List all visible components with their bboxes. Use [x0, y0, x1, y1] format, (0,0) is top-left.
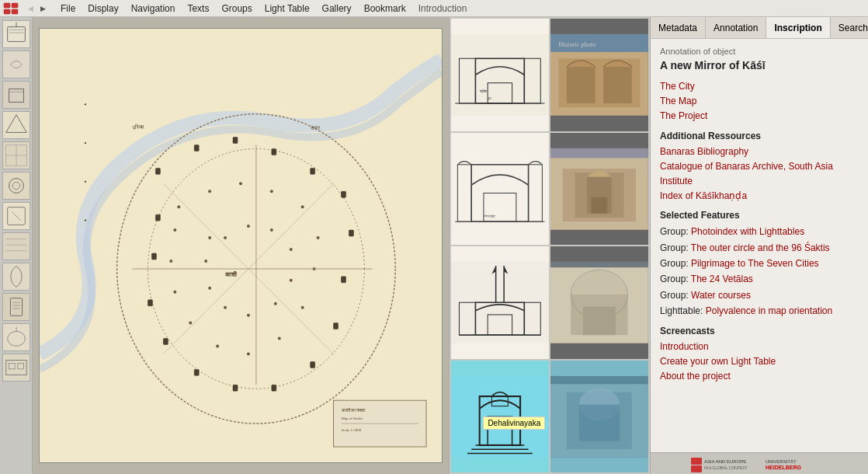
breadcrumb: Introduction — [418, 3, 467, 14]
thumb-12[interactable] — [2, 354, 30, 382]
menu-gallery[interactable]: Gallery — [316, 2, 358, 16]
back-button[interactable]: ◀ — [25, 3, 36, 14]
svg-rect-20 — [3, 173, 30, 199]
thumb-8[interactable] — [2, 232, 30, 260]
svg-point-82 — [247, 225, 250, 228]
grid-cell-6[interactable] — [550, 246, 648, 359]
svg-text:Map of Kashi: Map of Kashi — [342, 416, 363, 420]
svg-rect-144 — [550, 262, 648, 267]
svg-point-73 — [301, 306, 304, 309]
bottom-logos: ASIA AND EUROPE IN A GLOBAL CONTEXT UNIV… — [651, 452, 868, 474]
svg-point-87 — [247, 314, 250, 317]
svg-point-69 — [270, 190, 273, 193]
link-the-map[interactable]: The Map — [660, 94, 859, 109]
link-polyvalence[interactable]: Polyvalence in map orientation — [706, 305, 832, 316]
svg-text:गंगा घाट: गंगा घाट — [483, 213, 495, 218]
svg-rect-31 — [3, 294, 30, 320]
thumb-3[interactable] — [2, 81, 30, 109]
menu-items: File Display Navigation Texts Groups Lig… — [54, 2, 412, 16]
svg-text:Scale 1:5000: Scale 1:5000 — [342, 428, 362, 432]
svg-rect-52 — [349, 230, 354, 236]
svg-text:पश्चिम: पश्चिम — [131, 123, 145, 131]
svg-point-70 — [301, 205, 304, 208]
link-pilgrimage[interactable]: Pilgrimage to The Seven Cities — [691, 258, 819, 269]
grid-cell-8[interactable] — [550, 361, 648, 473]
link-sc-about[interactable]: About the project — [660, 369, 859, 384]
menu-display[interactable]: Display — [82, 2, 124, 16]
right-grid-panel: प्रवेश द्वार Historic photo — [449, 17, 651, 474]
forward-button[interactable]: ▶ — [37, 3, 48, 14]
menu-groups[interactable]: Groups — [215, 2, 258, 16]
link-banaras-bib[interactable]: Banaras Bibliography — [660, 145, 859, 159]
app-logo — [3, 2, 19, 15]
svg-point-89 — [209, 287, 212, 290]
grid-cell-2[interactable]: Historic photo — [550, 19, 648, 131]
map-area: पश्चिम उत्तर काशी — [33, 17, 449, 474]
tab-metadata[interactable]: Metadata — [651, 17, 706, 38]
link-index[interactable]: Index of Kāśīkhaṇḍa — [660, 189, 859, 204]
link-the-project[interactable]: The Project — [660, 109, 859, 124]
thumb-10[interactable] — [2, 293, 30, 321]
svg-rect-26 — [3, 233, 30, 260]
svg-text:IN A GLOBAL CONTEXT: IN A GLOBAL CONTEXT — [704, 465, 748, 470]
thumb-9[interactable] — [2, 263, 30, 291]
svg-text:काशी: काशी — [225, 270, 238, 278]
svg-text:▲: ▲ — [83, 141, 87, 145]
link-sc-lighttable[interactable]: Create your own Light Table — [660, 354, 859, 369]
svg-text:Historic photo: Historic photo — [559, 41, 596, 48]
grid-cell-7[interactable]: Dehalivinayaka — [451, 361, 549, 473]
thumb-7[interactable] — [2, 202, 30, 230]
svg-rect-39 — [3, 354, 30, 381]
thumb-11[interactable] — [2, 323, 30, 351]
grid-cell-5[interactable] — [451, 246, 549, 359]
svg-rect-57 — [233, 385, 238, 391]
thumb-1[interactable] — [2, 20, 30, 48]
link-photoindex[interactable]: Photoindex with Lighttables — [691, 226, 804, 237]
thumb-5[interactable] — [2, 141, 30, 169]
thumb-6[interactable] — [2, 172, 30, 200]
svg-text:प्रवेश: प्रवेश — [479, 89, 488, 94]
svg-rect-56 — [272, 385, 276, 391]
svg-point-67 — [209, 190, 212, 193]
svg-rect-55 — [311, 361, 315, 368]
map-container[interactable]: पश्चिम उत्तर काशी — [39, 28, 443, 463]
svg-point-66 — [178, 205, 181, 208]
thumb-4[interactable] — [2, 111, 30, 139]
svg-rect-0 — [4, 3, 10, 8]
grid-cell-1[interactable]: प्रवेश द्वार — [451, 19, 549, 131]
svg-rect-14 — [3, 112, 30, 138]
svg-point-76 — [217, 345, 220, 348]
link-catalogue[interactable]: Catalogue of Banaras Archive, South Asia… — [660, 159, 859, 189]
grid-cell-3[interactable]: गंगा घाट — [451, 133, 549, 246]
grid-cell-4[interactable] — [550, 133, 648, 246]
left-thumbnail-panel — [0, 17, 33, 474]
svg-rect-60 — [148, 300, 153, 306]
selected-features-title: Selected Features — [660, 210, 859, 221]
tab-inscription[interactable]: Inscription — [766, 17, 830, 38]
svg-point-78 — [174, 291, 177, 294]
svg-point-91 — [209, 236, 212, 239]
tab-annotation[interactable]: Annotation — [706, 17, 766, 38]
menu-file[interactable]: File — [54, 2, 82, 16]
link-sc-intro[interactable]: Introduction — [660, 340, 859, 354]
link-vetals[interactable]: The 24 Vetālas — [691, 274, 753, 284]
link-water[interactable]: Water courses — [691, 290, 751, 301]
link-the-city[interactable]: The City — [660, 79, 859, 94]
svg-rect-58 — [195, 369, 200, 375]
heidelberg-logo: UNIVERSITÄT HEIDELBERG — [766, 455, 828, 472]
svg-point-90 — [205, 260, 208, 263]
tab-search[interactable]: Search — [831, 17, 868, 38]
menu-navigation[interactable]: Navigation — [125, 2, 182, 16]
menu-bar: ◀ ▶ File Display Navigation Texts Groups… — [0, 0, 868, 17]
link-outer-circle[interactable]: The outer circle and the 96 Śaktis — [691, 242, 830, 253]
menu-light-table[interactable]: Light Table — [259, 2, 316, 16]
svg-rect-43 — [40, 29, 442, 462]
svg-text:▲: ▲ — [83, 218, 87, 222]
menu-texts[interactable]: Texts — [181, 2, 215, 16]
asia-europe-logo: ASIA AND EUROPE IN A GLOBAL CONTEXT — [691, 455, 753, 472]
svg-rect-156 — [579, 404, 620, 441]
thumb-2[interactable] — [2, 51, 30, 78]
svg-rect-50 — [311, 168, 315, 174]
svg-rect-61 — [152, 253, 157, 260]
menu-bookmark[interactable]: Bookmark — [358, 2, 412, 16]
